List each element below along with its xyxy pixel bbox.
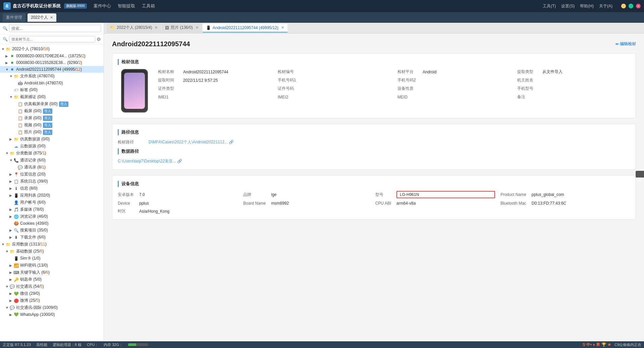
toggle-icon: ▼ xyxy=(5,68,9,71)
keychain-icon: 🔑 xyxy=(13,277,19,282)
tree-item-info[interactable]: ▶ ℹ 信息 (8/0) xyxy=(0,185,104,192)
inner-tab-close[interactable]: ✕ xyxy=(155,25,158,30)
check-path-link[interactable]: D\MFA\Cases\2022个人\Android20221112... 🔗 xyxy=(149,140,234,144)
case-tab-close[interactable]: ✕ xyxy=(50,15,53,20)
toggle-icon: ▶ xyxy=(9,194,13,197)
field-label-cert-num: 证件号码 xyxy=(278,86,296,91)
tree-item-syslog[interactable]: ▶ 📋 系统日志 (39/0) xyxy=(0,178,104,185)
status-version: 正定版 R7.5.1.23 xyxy=(3,342,31,347)
tree-item-sim-datasource[interactable]: ▶ 📁 仿真数据源 (0/0) xyxy=(0,136,104,143)
social-intl-icon: 💬 xyxy=(9,305,15,310)
tree-item-keychain[interactable]: ▶ 🔑 钥匙串 (5/0) xyxy=(0,276,104,283)
folder-icon: 📁 xyxy=(5,242,11,247)
minimize-button[interactable]: － xyxy=(621,4,626,8)
tree-item-cloud[interactable]: ☁ 云数据源 (0/0) xyxy=(0,143,104,150)
main-area: 🔍 🔍 ⚙ ▼ 📁 2022个人 (78010/16) ▶ ■ 00008020… xyxy=(0,23,644,341)
tree-item-social-intl[interactable]: ▼ 💬 社交通讯-国际 (1009/0) xyxy=(0,304,104,311)
inner-tab-label: 照片 (136/0) xyxy=(171,25,193,30)
import-button[interactable]: 导入 xyxy=(59,101,68,107)
check-path-label: 检材路径 xyxy=(118,139,138,145)
tree-label: 位置信息 (2/0) xyxy=(20,171,46,177)
tree-item-whatsapp[interactable]: ▶ 💚 WhatsApp (1000/0) xyxy=(0,311,104,318)
toggle-icon: ▶ xyxy=(9,278,13,281)
import-button[interactable]: 导入 xyxy=(43,116,52,121)
case-tab-management[interactable]: 案件管理 xyxy=(3,13,25,22)
tree-item-app-data[interactable]: ▼ 📁 应用数据 (1313/11) xyxy=(0,241,104,248)
tree-item-call-records[interactable]: ▼ 📞 通话记录 (6/0) xyxy=(0,157,104,164)
tree-item-keyboard[interactable]: ▶ ⌨ 关键字输入 (6/6) xyxy=(0,269,104,276)
inner-tab-android[interactable]: 📱 Android20221112095744 (49995/12) ✕ xyxy=(203,24,287,32)
inner-tab-photos[interactable]: 🖼 照片 (136/0) ✕ xyxy=(162,23,202,33)
tree-item-video-record[interactable]: 📋 录屏 (0/0) 导入 xyxy=(0,115,104,122)
device-info-grid: 安卓版本 7.0 品牌 lge 型号 LG-H961N Product Name… xyxy=(118,191,630,214)
tree-item-basic-data[interactable]: ▼ 📁 基础数据 (25/6) xyxy=(0,248,104,255)
tree-label: 录屏 (0/0) xyxy=(24,115,42,121)
tree-item-device1[interactable]: ▶ ■ 00008020-00017D9E2E44... (18725/2) xyxy=(0,53,104,59)
tree-label: 分类数据 (875/1) xyxy=(16,150,46,156)
search-input[interactable] xyxy=(9,25,101,32)
field-label-imei1: IMEI1 xyxy=(158,95,176,99)
inner-tab-close[interactable]: ✕ xyxy=(281,25,284,30)
maximize-button[interactable]: □ xyxy=(629,4,633,8)
menu-about[interactable]: 关于(A) xyxy=(599,3,612,9)
tree-item-location[interactable]: ▶ 📍 位置信息 (2/0) xyxy=(0,171,104,178)
tree-item-multimedia[interactable]: ▶ 🎵 多媒体 (78/0) xyxy=(0,206,104,213)
edit-material-link[interactable]: ✏ 编辑检材 xyxy=(615,41,636,47)
menu-settings[interactable]: 设置(S) xyxy=(561,3,575,9)
menu-tools[interactable]: 工具(T) xyxy=(543,3,556,9)
import-button[interactable]: 导入 xyxy=(43,130,52,135)
folder-icon: 📁 xyxy=(9,151,15,156)
tree-item-sim-screen[interactable]: 📋 仿真截屏录屏 (0/0) 导入 xyxy=(0,100,104,108)
inner-tab-close[interactable]: ✕ xyxy=(196,25,199,30)
toggle-icon: ▶ xyxy=(9,271,13,274)
sidebar-search-area: 🔍 xyxy=(0,23,104,34)
case-tab-2022[interactable]: 2022个人 ✕ xyxy=(28,13,56,22)
status-processors: 逻辑处理器：8 核 xyxy=(53,342,82,347)
nav-toolbox[interactable]: 工具箱 xyxy=(142,3,155,9)
tree-item-contacts[interactable]: 💬 通讯录 (8/1) xyxy=(0,164,104,171)
tree-label: 下载文件 (6/0) xyxy=(20,234,46,240)
nav-smart-extract[interactable]: 智能提取 xyxy=(118,3,135,9)
data-path-link[interactable]: C:\Users\taqi7\Desktop\22美亚... 🔗 xyxy=(118,159,182,163)
tree-label: 多媒体 (78/0) xyxy=(20,207,44,212)
tree-item-social[interactable]: ▼ 💬 社交通讯 (54/5) xyxy=(0,283,104,290)
tree-item-user-accounts[interactable]: 👤 用户帐号 (6/0) xyxy=(0,199,104,206)
tree-item-device2[interactable]: ▶ ■ 00008030-001155282E38... (9290/2) xyxy=(0,59,104,66)
tree-item-filesystem[interactable]: ▼ 📁 文件系统 (47807/0) xyxy=(0,73,104,80)
tree-item-screenshot-capture[interactable]: ▼ 📁 截屏捕证 (0/0) xyxy=(0,93,104,100)
tree-item-wifi[interactable]: ▶ 📶 WiFi密码 (13/0) xyxy=(0,262,104,269)
tree-item-search-items[interactable]: ▶ 🔍 搜索项目 (35/0) xyxy=(0,227,104,234)
inner-tab-2022[interactable]: 📁 2022个人 (28015/4) ✕ xyxy=(107,23,161,33)
memory-bar xyxy=(128,343,148,346)
tree-item-browser[interactable]: ▶ 🌐 浏览记录 (46/0) xyxy=(0,213,104,220)
tree-item-downloads[interactable]: ▶ ⬇ 下载文件 (6/0) xyxy=(0,234,104,241)
field-label-platform: 检材平台 xyxy=(397,69,416,75)
tree-item-apps[interactable]: ▶ 📱 应用列表 (202/0) xyxy=(0,192,104,199)
tree-item-photo[interactable]: 📋 照片 (0/0) 导入 xyxy=(0,129,104,136)
tree-item-screenshot[interactable]: 📋 截屏 (0/0) 导入 xyxy=(0,108,104,115)
tree-item-wechat[interactable]: ▶ 💚 微信 (29/0) xyxy=(0,290,104,297)
case-tab-label: 案件管理 xyxy=(6,15,22,20)
feedback-button[interactable]: 反馈 xyxy=(636,171,644,178)
nav-case-center[interactable]: 案件中心 xyxy=(94,3,111,9)
import-button[interactable]: 导入 xyxy=(43,123,52,128)
tree-item-classified-data[interactable]: ▼ 📁 分类数据 (875/1) xyxy=(0,150,104,157)
tree-item-video[interactable]: 📋 视频 (0/0) 导入 xyxy=(0,122,104,129)
tree-item-cookies[interactable]: 🍪 Cookies (439/0) xyxy=(0,220,104,227)
inner-tab-label: 2022个人 (28015/4) xyxy=(117,25,152,30)
tree-item-android-main[interactable]: ▼ ■ Android20221112095744 (49995/12) xyxy=(0,66,104,73)
tree-item-androidbin[interactable]: 🤖 Android.bin (47807/0) xyxy=(0,80,104,86)
close-button[interactable]: ✕ xyxy=(636,4,641,8)
search-icon: 🔍 xyxy=(13,228,19,233)
tree-item-weibo[interactable]: ▶ 🔴 微博 (25/5) xyxy=(0,297,104,304)
tree-item-2022[interactable]: ▼ 📁 2022个人 (78010/16) xyxy=(0,46,104,53)
menu-help[interactable]: 帮助(H) xyxy=(580,3,594,9)
tree-filter-input[interactable] xyxy=(9,36,95,43)
field-label-board-name: Board Name xyxy=(243,201,266,206)
import-button[interactable]: 导入 xyxy=(43,109,52,114)
tree-item-tag[interactable]: 🏷 标签 (0/0) xyxy=(0,86,104,93)
filter-icon[interactable]: ⚙ xyxy=(97,37,101,42)
tree-item-sim[interactable]: 📱 Sim卡 (1/0) xyxy=(0,255,104,262)
version-badge: 旗舰版-9900 xyxy=(64,3,87,9)
toggle-icon: ▼ xyxy=(1,47,5,51)
